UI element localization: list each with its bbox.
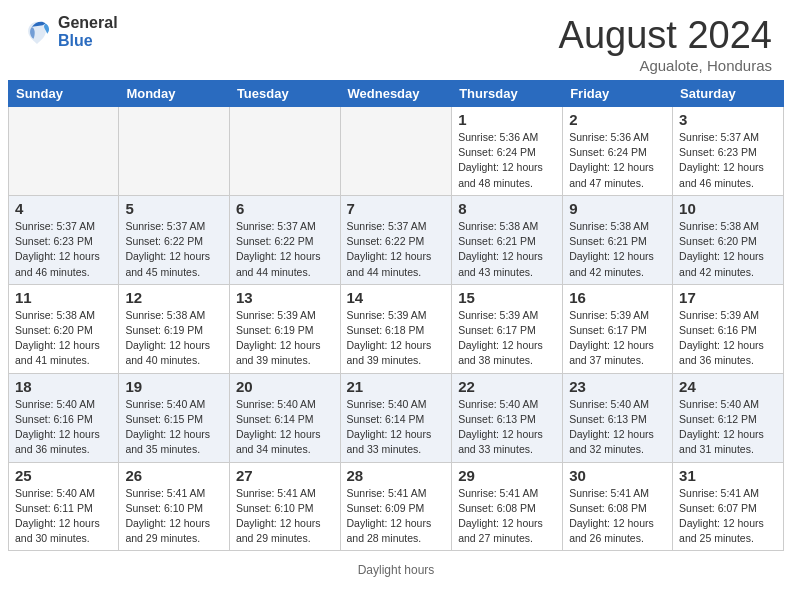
calendar-cell: 3Sunrise: 5:37 AM Sunset: 6:23 PM Daylig…: [673, 107, 784, 196]
calendar-cell: [340, 107, 452, 196]
day-info: Sunrise: 5:39 AM Sunset: 6:18 PM Dayligh…: [347, 308, 446, 369]
day-number: 30: [569, 467, 666, 484]
day-info: Sunrise: 5:40 AM Sunset: 6:14 PM Dayligh…: [236, 397, 334, 458]
logo-blue: Blue: [58, 32, 118, 50]
day-number: 3: [679, 111, 777, 128]
day-info: Sunrise: 5:36 AM Sunset: 6:24 PM Dayligh…: [458, 130, 556, 191]
day-number: 11: [15, 289, 112, 306]
calendar-cell: 10Sunrise: 5:38 AM Sunset: 6:20 PM Dayli…: [673, 195, 784, 284]
calendar-cell: 30Sunrise: 5:41 AM Sunset: 6:08 PM Dayli…: [563, 462, 673, 551]
calendar-cell: 19Sunrise: 5:40 AM Sunset: 6:15 PM Dayli…: [119, 373, 230, 462]
day-info: Sunrise: 5:41 AM Sunset: 6:08 PM Dayligh…: [569, 486, 666, 547]
calendar-cell: [229, 107, 340, 196]
calendar-week-5: 25Sunrise: 5:40 AM Sunset: 6:11 PM Dayli…: [9, 462, 784, 551]
calendar-cell: 29Sunrise: 5:41 AM Sunset: 6:08 PM Dayli…: [452, 462, 563, 551]
day-number: 22: [458, 378, 556, 395]
day-number: 15: [458, 289, 556, 306]
logo-bird-icon: [20, 15, 54, 49]
day-number: 18: [15, 378, 112, 395]
calendar-header-sunday: Sunday: [9, 81, 119, 107]
calendar-week-3: 11Sunrise: 5:38 AM Sunset: 6:20 PM Dayli…: [9, 284, 784, 373]
day-info: Sunrise: 5:37 AM Sunset: 6:22 PM Dayligh…: [347, 219, 446, 280]
day-info: Sunrise: 5:40 AM Sunset: 6:13 PM Dayligh…: [458, 397, 556, 458]
month-title: August 2024: [559, 14, 772, 57]
day-info: Sunrise: 5:38 AM Sunset: 6:19 PM Dayligh…: [125, 308, 223, 369]
daylight-note: Daylight hours: [358, 563, 435, 577]
day-info: Sunrise: 5:40 AM Sunset: 6:13 PM Dayligh…: [569, 397, 666, 458]
calendar-cell: 31Sunrise: 5:41 AM Sunset: 6:07 PM Dayli…: [673, 462, 784, 551]
day-info: Sunrise: 5:39 AM Sunset: 6:17 PM Dayligh…: [458, 308, 556, 369]
day-number: 26: [125, 467, 223, 484]
calendar-week-2: 4Sunrise: 5:37 AM Sunset: 6:23 PM Daylig…: [9, 195, 784, 284]
day-number: 14: [347, 289, 446, 306]
day-info: Sunrise: 5:39 AM Sunset: 6:16 PM Dayligh…: [679, 308, 777, 369]
day-info: Sunrise: 5:41 AM Sunset: 6:08 PM Dayligh…: [458, 486, 556, 547]
day-number: 25: [15, 467, 112, 484]
day-info: Sunrise: 5:37 AM Sunset: 6:23 PM Dayligh…: [679, 130, 777, 191]
calendar-cell: 22Sunrise: 5:40 AM Sunset: 6:13 PM Dayli…: [452, 373, 563, 462]
logo-general: General: [58, 14, 118, 32]
day-number: 2: [569, 111, 666, 128]
calendar-week-1: 1Sunrise: 5:36 AM Sunset: 6:24 PM Daylig…: [9, 107, 784, 196]
day-number: 21: [347, 378, 446, 395]
calendar-cell: 13Sunrise: 5:39 AM Sunset: 6:19 PM Dayli…: [229, 284, 340, 373]
day-number: 8: [458, 200, 556, 217]
day-number: 6: [236, 200, 334, 217]
calendar-cell: 11Sunrise: 5:38 AM Sunset: 6:20 PM Dayli…: [9, 284, 119, 373]
day-info: Sunrise: 5:38 AM Sunset: 6:21 PM Dayligh…: [458, 219, 556, 280]
calendar-cell: 28Sunrise: 5:41 AM Sunset: 6:09 PM Dayli…: [340, 462, 452, 551]
calendar-cell: 26Sunrise: 5:41 AM Sunset: 6:10 PM Dayli…: [119, 462, 230, 551]
day-number: 9: [569, 200, 666, 217]
calendar-cell: 15Sunrise: 5:39 AM Sunset: 6:17 PM Dayli…: [452, 284, 563, 373]
day-info: Sunrise: 5:40 AM Sunset: 6:12 PM Dayligh…: [679, 397, 777, 458]
calendar-header-friday: Friday: [563, 81, 673, 107]
day-number: 10: [679, 200, 777, 217]
day-info: Sunrise: 5:40 AM Sunset: 6:14 PM Dayligh…: [347, 397, 446, 458]
calendar-cell: 27Sunrise: 5:41 AM Sunset: 6:10 PM Dayli…: [229, 462, 340, 551]
title-block: August 2024 Agualote, Honduras: [559, 14, 772, 74]
calendar: SundayMondayTuesdayWednesdayThursdayFrid…: [8, 80, 784, 551]
day-number: 31: [679, 467, 777, 484]
footer: Daylight hours: [0, 559, 792, 581]
day-number: 20: [236, 378, 334, 395]
calendar-header-saturday: Saturday: [673, 81, 784, 107]
calendar-cell: [9, 107, 119, 196]
day-info: Sunrise: 5:37 AM Sunset: 6:23 PM Dayligh…: [15, 219, 112, 280]
logo-text-block: General Blue: [58, 14, 118, 49]
calendar-cell: 18Sunrise: 5:40 AM Sunset: 6:16 PM Dayli…: [9, 373, 119, 462]
day-number: 4: [15, 200, 112, 217]
day-number: 27: [236, 467, 334, 484]
logo: General Blue: [20, 14, 118, 49]
calendar-cell: 25Sunrise: 5:40 AM Sunset: 6:11 PM Dayli…: [9, 462, 119, 551]
day-info: Sunrise: 5:40 AM Sunset: 6:15 PM Dayligh…: [125, 397, 223, 458]
day-number: 23: [569, 378, 666, 395]
header: General Blue August 2024 Agualote, Hondu…: [0, 0, 792, 80]
day-info: Sunrise: 5:38 AM Sunset: 6:20 PM Dayligh…: [679, 219, 777, 280]
day-number: 13: [236, 289, 334, 306]
day-info: Sunrise: 5:40 AM Sunset: 6:11 PM Dayligh…: [15, 486, 112, 547]
day-number: 12: [125, 289, 223, 306]
calendar-cell: 4Sunrise: 5:37 AM Sunset: 6:23 PM Daylig…: [9, 195, 119, 284]
calendar-cell: 12Sunrise: 5:38 AM Sunset: 6:19 PM Dayli…: [119, 284, 230, 373]
day-info: Sunrise: 5:40 AM Sunset: 6:16 PM Dayligh…: [15, 397, 112, 458]
day-number: 5: [125, 200, 223, 217]
calendar-header-thursday: Thursday: [452, 81, 563, 107]
calendar-cell: 23Sunrise: 5:40 AM Sunset: 6:13 PM Dayli…: [563, 373, 673, 462]
calendar-header-tuesday: Tuesday: [229, 81, 340, 107]
day-number: 28: [347, 467, 446, 484]
day-number: 16: [569, 289, 666, 306]
day-number: 24: [679, 378, 777, 395]
calendar-cell: 20Sunrise: 5:40 AM Sunset: 6:14 PM Dayli…: [229, 373, 340, 462]
calendar-cell: 14Sunrise: 5:39 AM Sunset: 6:18 PM Dayli…: [340, 284, 452, 373]
day-info: Sunrise: 5:41 AM Sunset: 6:10 PM Dayligh…: [125, 486, 223, 547]
day-info: Sunrise: 5:37 AM Sunset: 6:22 PM Dayligh…: [236, 219, 334, 280]
calendar-header-wednesday: Wednesday: [340, 81, 452, 107]
day-number: 1: [458, 111, 556, 128]
calendar-cell: 2Sunrise: 5:36 AM Sunset: 6:24 PM Daylig…: [563, 107, 673, 196]
day-info: Sunrise: 5:41 AM Sunset: 6:09 PM Dayligh…: [347, 486, 446, 547]
day-info: Sunrise: 5:39 AM Sunset: 6:17 PM Dayligh…: [569, 308, 666, 369]
calendar-cell: 24Sunrise: 5:40 AM Sunset: 6:12 PM Dayli…: [673, 373, 784, 462]
calendar-cell: 7Sunrise: 5:37 AM Sunset: 6:22 PM Daylig…: [340, 195, 452, 284]
day-info: Sunrise: 5:41 AM Sunset: 6:10 PM Dayligh…: [236, 486, 334, 547]
day-info: Sunrise: 5:41 AM Sunset: 6:07 PM Dayligh…: [679, 486, 777, 547]
